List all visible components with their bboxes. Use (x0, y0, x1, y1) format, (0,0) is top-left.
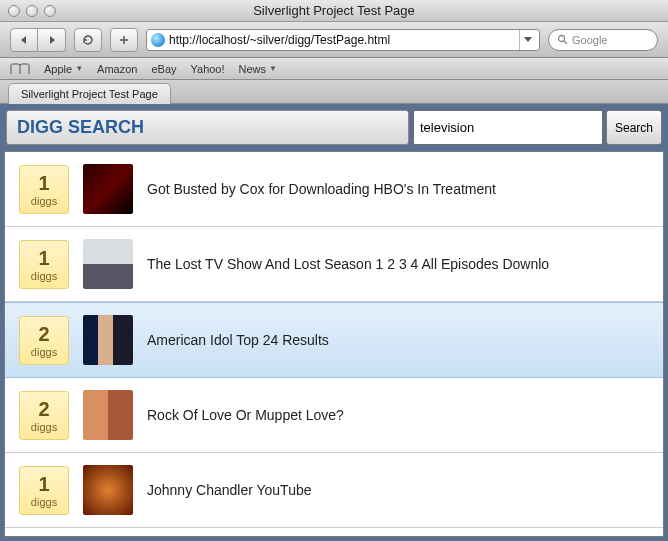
result-row[interactable]: 2diggsAmerican Idol Top 24 Results (5, 302, 663, 378)
digg-badge[interactable]: 1diggs (19, 165, 69, 214)
result-title: Got Busted by Cox for Downloading HBO's … (147, 181, 496, 197)
svg-point-0 (559, 36, 565, 42)
reload-icon (82, 34, 94, 46)
url-history-dropdown[interactable] (519, 30, 535, 50)
result-thumbnail (83, 390, 133, 440)
result-title: American Idol Top 24 Results (147, 332, 329, 348)
chevron-down-icon (524, 37, 532, 43)
tab-active[interactable]: Silverlight Project Test Page (8, 83, 171, 104)
digg-count: 1 (20, 172, 68, 195)
digg-badge[interactable]: 1diggs (19, 466, 69, 515)
digg-label: diggs (20, 421, 68, 433)
browser-toolbar: Google (0, 22, 668, 58)
result-thumbnail (83, 164, 133, 214)
url-bar[interactable] (146, 29, 540, 51)
result-row[interactable]: 1diggsGot Busted by Cox for Downloading … (5, 152, 663, 227)
back-icon (19, 35, 29, 45)
globe-icon (151, 33, 165, 47)
digg-label: diggs (20, 496, 68, 508)
results-list[interactable]: 1diggsGot Busted by Cox for Downloading … (5, 152, 663, 536)
result-row[interactable]: 1diggsThe Lost TV Show And Lost Season 1… (5, 227, 663, 302)
bookmark-item-yahoo[interactable]: Yahoo! (191, 63, 225, 75)
window-titlebar: Silverlight Project Test Page (0, 0, 668, 22)
bookmark-item-apple[interactable]: Apple▼ (44, 63, 83, 75)
search-icon (557, 34, 568, 45)
app-header: DIGG SEARCH Search (4, 108, 664, 147)
digg-count: 2 (20, 323, 68, 346)
add-bookmark-button[interactable] (110, 28, 138, 52)
search-input[interactable] (413, 110, 603, 145)
browser-search-field[interactable]: Google (548, 29, 658, 51)
page-content: DIGG SEARCH Search 1diggsGot Busted by C… (0, 104, 668, 541)
bookmark-item-amazon[interactable]: Amazon (97, 63, 137, 75)
result-row[interactable]: 1diggsJohnny Chandler YouTube (5, 453, 663, 528)
bookmark-item-ebay[interactable]: eBay (151, 63, 176, 75)
svg-line-1 (564, 41, 567, 44)
url-input[interactable] (169, 33, 515, 47)
digg-count: 2 (20, 398, 68, 421)
results-container: 1diggsGot Busted by Cox for Downloading … (4, 151, 664, 537)
search-button[interactable]: Search (606, 110, 662, 145)
bookmark-item-news[interactable]: News▼ (239, 63, 277, 75)
chevron-down-icon: ▼ (269, 64, 277, 73)
chevron-down-icon: ▼ (75, 64, 83, 73)
result-thumbnail (83, 239, 133, 289)
result-thumbnail (83, 465, 133, 515)
digg-label: diggs (20, 270, 68, 282)
close-window-button[interactable] (8, 5, 20, 17)
digg-badge[interactable]: 1diggs (19, 240, 69, 289)
minimize-window-button[interactable] (26, 5, 38, 17)
tab-bar: Silverlight Project Test Page (0, 80, 668, 104)
result-row[interactable]: 2diggsRock Of Love Or Muppet Love? (5, 378, 663, 453)
zoom-window-button[interactable] (44, 5, 56, 17)
result-thumbnail (83, 315, 133, 365)
result-title: Rock Of Love Or Muppet Love? (147, 407, 344, 423)
browser-search-placeholder: Google (572, 34, 607, 46)
forward-button[interactable] (38, 28, 66, 52)
reload-button[interactable] (74, 28, 102, 52)
bookmark-bar: Apple▼ Amazon eBay Yahoo! News▼ (0, 58, 668, 80)
digg-badge[interactable]: 2diggs (19, 316, 69, 365)
result-title: The Lost TV Show And Lost Season 1 2 3 4… (147, 256, 549, 272)
digg-badge[interactable]: 2diggs (19, 391, 69, 440)
digg-count: 1 (20, 247, 68, 270)
digg-label: diggs (20, 346, 68, 358)
digg-count: 1 (20, 473, 68, 496)
digg-label: diggs (20, 195, 68, 207)
app-title: DIGG SEARCH (6, 110, 409, 145)
bookmarks-icon[interactable] (10, 63, 30, 75)
tab-label: Silverlight Project Test Page (21, 88, 158, 100)
result-title: Johnny Chandler YouTube (147, 482, 312, 498)
plus-icon (119, 35, 129, 45)
window-title: Silverlight Project Test Page (0, 3, 668, 18)
forward-icon (47, 35, 57, 45)
back-button[interactable] (10, 28, 38, 52)
